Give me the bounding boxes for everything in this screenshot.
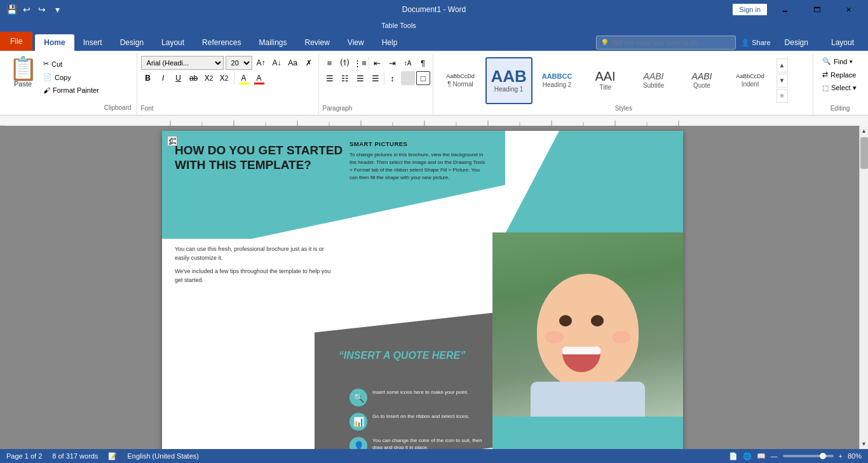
font-family-select[interactable]: Arial (Headi...	[141, 56, 224, 70]
shrink-font-button[interactable]: A↓	[270, 56, 284, 70]
text-highlight-button[interactable]: A	[237, 71, 251, 85]
style-indent-label: Indent	[742, 81, 759, 88]
increase-indent-button[interactable]: ⇥	[386, 56, 400, 70]
tab-design[interactable]: Design	[111, 34, 153, 51]
tab-references[interactable]: References	[193, 34, 250, 51]
align-right-button[interactable]: ☰	[353, 71, 367, 85]
redo-icon[interactable]: ↪	[36, 3, 48, 16]
separator	[234, 72, 234, 84]
styles-expand[interactable]: ≡	[776, 89, 788, 103]
scroll-down-button[interactable]: ▼	[860, 439, 868, 449]
save-icon[interactable]: 💾	[5, 3, 18, 16]
style-normal[interactable]: AaBbCcDd ¶ Normal	[437, 57, 484, 104]
format-painter-button[interactable]: 🖌 Format Painter	[41, 85, 102, 95]
numbering-button[interactable]: ⑴	[338, 56, 352, 70]
underline-button[interactable]: U	[172, 71, 186, 85]
paste-button[interactable]: 📋 Paste	[8, 56, 38, 89]
clear-formatting-button[interactable]: ✗	[302, 56, 316, 70]
bold-button[interactable]: B	[141, 71, 155, 85]
styles-scroll-down[interactable]: ▼	[776, 74, 788, 88]
status-right: 📄 🌐 📖 — + 80%	[729, 452, 862, 460]
body-text-area: You can use this fresh, professional bro…	[175, 245, 337, 285]
document-page[interactable]: HOW DO YOU GET STARTED WITH THIS TEMPLAT…	[162, 131, 683, 449]
replace-button[interactable]: ⇄ Replace	[820, 69, 860, 80]
close-button[interactable]: ✕	[834, 0, 863, 19]
shading-button[interactable]	[401, 71, 415, 85]
case-button[interactable]: Aa	[286, 56, 300, 70]
zoom-in-button[interactable]: +	[839, 452, 843, 460]
show-marks-button[interactable]: ¶	[416, 56, 430, 70]
decrease-indent-button[interactable]: ⇤	[370, 56, 384, 70]
share-button[interactable]: 👤 Share	[741, 39, 770, 47]
tab-layout[interactable]: Layout	[153, 34, 193, 51]
style-heading1[interactable]: AAB Heading 1	[485, 57, 532, 104]
format-painter-icon: 🖌	[43, 86, 50, 94]
tab-help[interactable]: Help	[373, 34, 407, 51]
print-layout-icon[interactable]: 📄	[729, 452, 738, 460]
superscript-button[interactable]: X2	[217, 71, 231, 85]
tab-insert[interactable]: Insert	[74, 34, 111, 51]
font-group-label: Font	[141, 105, 316, 112]
find-icon: 🔍	[822, 57, 831, 65]
copy-button[interactable]: 📄 Copy	[41, 72, 102, 83]
select-button[interactable]: ⬚ Select ▾	[820, 83, 860, 93]
font-color-button[interactable]: A	[252, 71, 266, 85]
icons-section: 🔍 Insert some icons here to make your po…	[349, 389, 489, 449]
style-indent[interactable]: AaBbCcDd Indent	[727, 57, 774, 104]
web-layout-icon[interactable]: 🌐	[743, 452, 752, 460]
tab-view[interactable]: View	[339, 34, 373, 51]
italic-button[interactable]: I	[156, 71, 170, 85]
style-heading2[interactable]: AABBCC Heading 2	[534, 57, 581, 104]
scroll-thumb[interactable]	[860, 137, 868, 169]
bullets-button[interactable]: ≡	[323, 56, 337, 70]
find-button[interactable]: 🔍 Find ▾	[820, 56, 860, 67]
style-subtitle[interactable]: AABI Subtitle	[630, 57, 677, 104]
quote-text: “INSERT A QUOTE HERE”	[324, 349, 480, 363]
icon-row-2: 📊 Go to Insert on the ribbon and select …	[349, 413, 489, 431]
tab-mailings[interactable]: Mailings	[250, 34, 295, 51]
borders-button[interactable]: □	[416, 71, 430, 85]
page-info: Page 1 of 2	[6, 452, 42, 460]
find-dropdown-icon: ▾	[850, 58, 853, 65]
tab-file[interactable]: File	[0, 32, 32, 51]
cut-icon: ✂	[43, 60, 49, 68]
scroll-up-button[interactable]: ▲	[860, 126, 868, 136]
tab-table-layout[interactable]: Layout	[822, 34, 863, 51]
subscript-button[interactable]: X2	[202, 71, 216, 85]
font-size-select[interactable]: 20	[226, 56, 252, 70]
line-spacing-button[interactable]: ↕	[386, 71, 400, 85]
zoom-thumb	[820, 453, 826, 459]
move-handle[interactable]	[167, 136, 177, 146]
tab-home[interactable]: Home	[35, 34, 74, 51]
zoom-slider[interactable]	[783, 455, 834, 457]
strikethrough-button[interactable]: ab	[187, 71, 201, 85]
undo-icon[interactable]: ↩	[20, 3, 33, 16]
separator	[384, 72, 384, 84]
style-title[interactable]: AAI Title	[582, 57, 629, 104]
sign-in-button[interactable]: Sign in	[732, 3, 768, 16]
vertical-scrollbar[interactable]: ▲ ▼	[859, 126, 868, 449]
maximize-button[interactable]: 🗖	[802, 0, 831, 19]
paragraph-group: ≡ ⑴ ⋮≡ ⇤ ⇥ ↕A ¶ ☰ ☷ ☰ ☰ ↕ □ Paragraph	[320, 53, 433, 115]
customize-quick-access-icon[interactable]: ▾	[51, 3, 64, 16]
tell-me-input[interactable]	[612, 39, 714, 46]
grow-font-button[interactable]: A↑	[254, 56, 268, 70]
multilevel-list-button[interactable]: ⋮≡	[353, 56, 367, 70]
tab-table-design[interactable]: Design	[776, 34, 817, 51]
align-center-button[interactable]: ☷	[338, 71, 352, 85]
justify-button[interactable]: ☰	[369, 71, 383, 85]
zoom-out-button[interactable]: —	[771, 452, 778, 460]
align-left-button[interactable]: ☰	[323, 71, 337, 85]
cut-button[interactable]: ✂ Cut	[41, 58, 102, 69]
tab-review[interactable]: Review	[295, 34, 338, 51]
minimize-button[interactable]: 🗕	[770, 0, 799, 19]
sort-button[interactable]: ↕A	[401, 56, 415, 70]
ribbon: 📋 Paste ✂ Cut 📄 Copy 🖌 Format Painter Cl…	[0, 51, 868, 116]
track-changes-icon: 📝	[108, 452, 117, 460]
styles-scroll-up[interactable]: ▲	[776, 58, 788, 72]
clipboard-group: 📋 Paste ✂ Cut 📄 Copy 🖌 Format Painter Cl…	[3, 53, 137, 115]
style-quote[interactable]: AABI Quote	[679, 57, 726, 104]
style-subtitle-preview: AABI	[644, 72, 664, 81]
tell-me-bar[interactable]: 💡	[596, 36, 736, 50]
reader-mode-icon[interactable]: 📖	[757, 452, 766, 460]
